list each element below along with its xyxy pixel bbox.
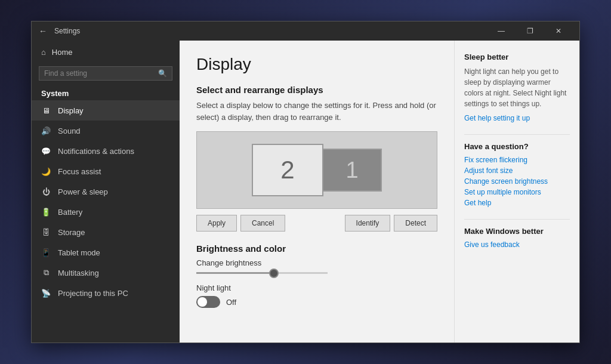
night-light-label: Night light [196, 283, 437, 292]
brightness-slider[interactable] [196, 272, 328, 274]
brightness-section-title: Brightness and color [196, 243, 437, 254]
displays-section-title: Select and rearrange displays [196, 85, 437, 95]
sidebar-item-sound-label: Sound [58, 127, 81, 135]
adjust-font-size-link[interactable]: Adjust font size [464, 166, 570, 175]
storage-icon: 🗄 [41, 227, 51, 237]
sidebar-item-storage[interactable]: 🗄 Storage [32, 222, 180, 242]
sidebar-section-label: System [32, 85, 180, 100]
main-content: Display Select and rearrange displays Se… [180, 41, 454, 343]
sidebar-item-notifications[interactable]: 💬 Notifications & actions [32, 141, 180, 161]
night-light-section: Night light Off [196, 283, 437, 308]
sidebar: ⌂ Home 🔍 System 🖥 Display 🔊 Sound 💬 Noti… [32, 41, 180, 343]
sidebar-item-sound[interactable]: 🔊 Sound [32, 121, 180, 141]
slider-container [196, 272, 437, 274]
sidebar-item-notifications-label: Notifications & actions [58, 147, 134, 156]
home-label: Home [52, 48, 73, 57]
sidebar-item-tablet-label: Tablet mode [58, 248, 100, 257]
titlebar: ← Settings — ❐ ✕ [32, 21, 579, 41]
apply-button[interactable]: Apply [196, 215, 237, 232]
sidebar-item-power-label: Power & sleep [58, 187, 108, 196]
window-controls: — ❐ ✕ [487, 21, 572, 41]
sidebar-item-display[interactable]: 🖥 Display [32, 100, 180, 121]
fix-screen-flickering-link[interactable]: Fix screen flickering [464, 156, 570, 164]
display-icon: 🖥 [41, 106, 51, 115]
settings-window: ← Settings — ❐ ✕ ⌂ Home 🔍 System 🖥 Displ… [31, 21, 580, 343]
sidebar-item-home[interactable]: ⌂ Home [32, 41, 180, 64]
sidebar-item-multitasking[interactable]: ⧉ Multitasking [32, 263, 180, 283]
detect-button[interactable]: Detect [394, 215, 437, 232]
sidebar-item-battery[interactable]: 🔋 Battery [32, 202, 180, 222]
page-title: Display [196, 55, 437, 74]
home-icon: ⌂ [41, 48, 46, 57]
close-button[interactable]: ✕ [545, 21, 572, 41]
focus-icon: 🌙 [41, 166, 51, 176]
battery-icon: 🔋 [41, 207, 51, 217]
notifications-icon: 💬 [41, 146, 51, 156]
monitor-2[interactable]: 2 [252, 144, 323, 196]
sidebar-item-multitasking-label: Multitasking [58, 269, 99, 277]
night-light-toggle[interactable] [196, 296, 220, 308]
sidebar-item-projecting[interactable]: 📡 Projecting to this PC [32, 283, 180, 303]
sidebar-item-projecting-label: Projecting to this PC [58, 289, 128, 298]
power-icon: ⏻ [41, 187, 51, 196]
search-box[interactable]: 🔍 [39, 66, 172, 81]
monitor-1-label: 1 [345, 158, 358, 183]
tablet-icon: 📱 [41, 248, 51, 257]
brightness-section: Change brightness [196, 258, 437, 274]
maximize-button[interactable]: ❐ [516, 21, 544, 41]
feedback-section-title: Make Windows better [464, 227, 570, 236]
night-light-status: Off [226, 298, 236, 307]
displays-section-desc: Select a display below to change the set… [196, 100, 437, 123]
multitasking-icon: ⧉ [41, 268, 51, 277]
sidebar-item-power[interactable]: ⏻ Power & sleep [32, 181, 180, 202]
identify-button[interactable]: Identify [345, 215, 391, 232]
monitor-2-label: 2 [280, 156, 294, 184]
give-feedback-link[interactable]: Give us feedback [464, 240, 570, 249]
get-help-link[interactable]: Get help [464, 199, 570, 207]
sleep-panel-section: Sleep better Night light can help you ge… [464, 53, 570, 122]
minimize-button[interactable]: — [487, 21, 515, 41]
sidebar-item-display-label: Display [58, 106, 84, 115]
monitor-1[interactable]: 1 [322, 149, 382, 192]
search-icon: 🔍 [158, 69, 167, 78]
night-light-toggle-row: Off [196, 296, 437, 308]
window-title: Settings [54, 27, 80, 35]
change-screen-brightness-link[interactable]: Change screen brightness [464, 177, 570, 186]
sidebar-item-storage-label: Storage [58, 228, 85, 237]
display-buttons: Apply Cancel Identify Detect [196, 215, 437, 232]
content-area: ⌂ Home 🔍 System 🖥 Display 🔊 Sound 💬 Noti… [32, 41, 579, 343]
right-panel: Sleep better Night light can help you ge… [454, 41, 579, 343]
divider-1 [464, 134, 570, 135]
cancel-button[interactable]: Cancel [240, 215, 285, 232]
get-help-setting-link[interactable]: Get help setting it up [464, 114, 570, 122]
question-section-title: Have a question? [464, 142, 570, 151]
set-up-multiple-monitors-link[interactable]: Set up multiple monitors [464, 188, 570, 196]
sidebar-item-focus-label: Focus assist [58, 167, 101, 176]
sidebar-item-battery-label: Battery [58, 208, 82, 217]
sleep-section-desc: Night light can help you get to sleep by… [464, 66, 570, 109]
display-preview: 2 1 [196, 131, 437, 209]
search-input[interactable] [44, 69, 155, 78]
back-button[interactable]: ← [39, 26, 47, 36]
divider-2 [464, 219, 570, 220]
brightness-label: Change brightness [196, 258, 437, 267]
sidebar-item-focus[interactable]: 🌙 Focus assist [32, 161, 180, 181]
sleep-section-title: Sleep better [464, 53, 570, 61]
question-panel-section: Have a question? Fix screen flickering A… [464, 142, 570, 207]
sound-icon: 🔊 [41, 126, 51, 135]
sidebar-item-tablet[interactable]: 📱 Tablet mode [32, 242, 180, 263]
feedback-panel-section: Make Windows better Give us feedback [464, 227, 570, 249]
projecting-icon: 📡 [41, 288, 51, 298]
